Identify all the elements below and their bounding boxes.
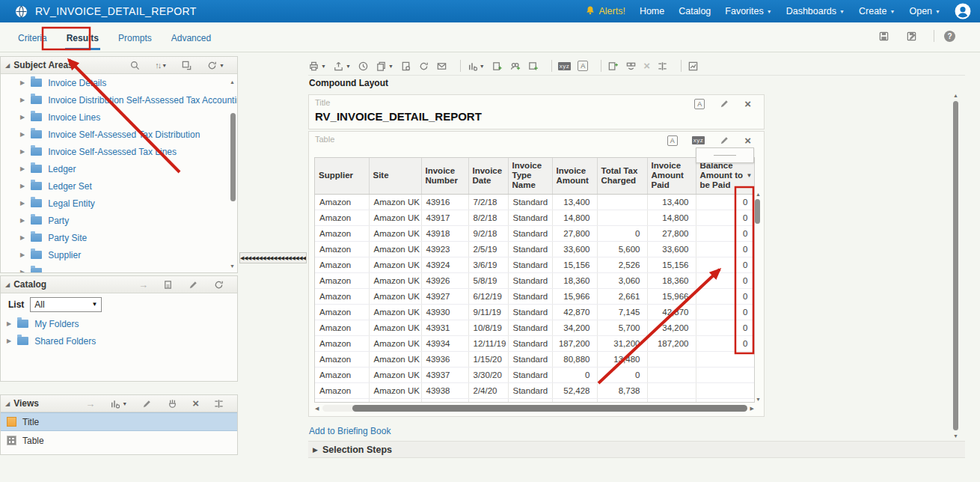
alerts-link[interactable]: Alerts! xyxy=(585,5,625,18)
export-icon[interactable]: ▼ xyxy=(333,61,351,72)
new-calculated-item-icon[interactable] xyxy=(527,61,539,72)
subject-area-party-site[interactable]: ▶Party Site xyxy=(1,229,237,246)
view-selector-icon[interactable] xyxy=(625,61,637,72)
column-header-invoice-amount[interactable]: Invoice Amount xyxy=(552,158,597,194)
expand-icon[interactable]: ▶ xyxy=(20,217,25,224)
page-scrollbar[interactable]: ▲ ▼ xyxy=(952,93,959,440)
column-header-invoice-type-name[interactable]: Invoice Type Name xyxy=(508,158,552,194)
column-header-supplier[interactable]: Supplier xyxy=(315,158,369,194)
show-xml-icon[interactable]: xyz xyxy=(558,62,572,70)
copy-icon[interactable]: ▼ xyxy=(376,61,393,72)
expand-icon[interactable]: ▶ xyxy=(20,234,25,241)
chevron-down-icon[interactable]: ▼ xyxy=(122,401,127,406)
scroll-right-icon[interactable]: ▶ xyxy=(750,406,754,411)
tab-criteria[interactable]: Criteria xyxy=(16,30,49,50)
selection-steps-bar[interactable]: ▶ Selection Steps xyxy=(308,441,965,458)
new-view-icon[interactable]: ▼ xyxy=(467,61,485,72)
subject-area-item[interactable]: ▶ xyxy=(1,263,237,272)
expand-icon[interactable]: ▶ xyxy=(7,320,11,327)
show-xml-icon[interactable]: xyz xyxy=(692,136,705,144)
pane-collapse-handle[interactable]: ◀◀◀◀◀◀◀◀◀◀◀◀◀◀◀◀◀◀ xyxy=(239,252,307,263)
rename-view-icon[interactable] xyxy=(213,398,224,409)
chevron-down-icon[interactable]: ▼ xyxy=(219,63,224,68)
column-header-site[interactable]: Site xyxy=(369,158,421,194)
chevron-down-icon[interactable]: ▼ xyxy=(321,64,326,69)
refresh-icon[interactable] xyxy=(418,61,429,72)
column-header-balance-amount-to-be-paid[interactable]: Balance Amount to be Paid▼ xyxy=(696,158,755,194)
tab-prompts[interactable]: Prompts xyxy=(117,30,153,50)
catalog-shared-folders[interactable]: ▶Shared Folders xyxy=(1,332,237,350)
catalog-my-folders[interactable]: ▶My Folders xyxy=(1,315,237,332)
format-container-icon[interactable]: A xyxy=(667,135,678,146)
subject-areas-scrollbar[interactable] xyxy=(230,113,236,201)
expand-icon[interactable]: ▶ xyxy=(313,446,318,454)
add-to-briefing-book-link[interactable]: Add to Briefing Book xyxy=(309,426,391,436)
table-vertical-scrollbar[interactable]: ▲ ▼ xyxy=(755,192,761,403)
subject-area-invoice-lines[interactable]: ▶Invoice Lines xyxy=(1,109,237,126)
views-item-table[interactable]: Table xyxy=(1,431,237,450)
scroll-left-icon[interactable]: ◀ xyxy=(315,406,319,411)
rename-view-icon[interactable] xyxy=(657,61,668,72)
scroll-down-icon[interactable]: ▼ xyxy=(230,263,235,269)
expand-icon[interactable]: ▶ xyxy=(20,251,25,258)
subject-area-party[interactable]: ▶Party xyxy=(1,212,237,229)
subject-area-invoice-self-assessed-tax-distribution[interactable]: ▶Invoice Self-Assessed Tax Distribution xyxy=(1,126,237,143)
scroll-up-icon[interactable]: ▲ xyxy=(230,79,235,85)
scroll-thumb[interactable] xyxy=(953,101,958,430)
scroll-up-icon[interactable]: ▲ xyxy=(756,192,761,197)
new-calculated-measure-icon[interactable] xyxy=(491,61,503,72)
column-header-invoice-number[interactable]: Invoice Number xyxy=(421,158,468,194)
scroll-thumb[interactable] xyxy=(352,405,747,412)
new-section-icon[interactable] xyxy=(607,61,619,72)
subject-area-ledger[interactable]: ▶Ledger xyxy=(1,160,237,177)
expand-icon[interactable]: ▶ xyxy=(20,97,25,103)
save-as-icon[interactable] xyxy=(906,31,917,42)
column-header-invoice-date[interactable]: Invoice Date xyxy=(468,158,508,194)
apply-arrow-icon[interactable]: → xyxy=(138,279,148,290)
expand-icon[interactable]: ▶ xyxy=(20,148,25,155)
catalog-header[interactable]: ◢ Catalog → xyxy=(1,276,237,293)
expand-icon[interactable]: ▶ xyxy=(7,338,11,344)
schedule-icon[interactable] xyxy=(358,61,369,72)
show-results-icon[interactable] xyxy=(400,61,411,72)
format-container-icon[interactable]: A xyxy=(694,99,705,109)
expand-icon[interactable]: ▶ xyxy=(20,165,25,172)
delete-x-icon[interactable]: × xyxy=(192,399,199,408)
chevron-down-icon[interactable]: ▼ xyxy=(388,64,393,69)
pencil-icon[interactable] xyxy=(188,279,199,290)
new-view-icon[interactable]: ▼ xyxy=(109,398,127,409)
delete-x-icon[interactable]: × xyxy=(744,100,751,109)
collapse-icon[interactable]: ◢ xyxy=(5,281,10,288)
expand-icon[interactable]: ▶ xyxy=(20,131,25,138)
sort-icon[interactable]: ▼ xyxy=(747,171,753,180)
pencil-icon[interactable] xyxy=(141,398,153,409)
sort-icon[interactable]: ↑↓▼ xyxy=(155,61,167,70)
print-icon[interactable]: ▼ xyxy=(308,61,326,72)
pencil-icon[interactable] xyxy=(719,135,730,146)
nav-catalog[interactable]: Catalog xyxy=(679,6,711,16)
subject-area-invoice-details[interactable]: ▶Invoice Details xyxy=(1,74,237,91)
scroll-up-icon[interactable]: ▲ xyxy=(953,93,958,98)
table-horizontal-scrollbar[interactable]: ◀ ▶ xyxy=(315,404,754,412)
search-icon[interactable] xyxy=(129,60,141,71)
chevron-down-icon[interactable]: ▼ xyxy=(480,64,485,69)
collapse-icon[interactable]: ◢ xyxy=(5,62,10,69)
subject-area-invoice-distribution-self-assessed-tax-accounting[interactable]: ▶Invoice Distribution Self-Assessed Tax … xyxy=(1,91,237,109)
subject-area-legal-entity[interactable]: ▶Legal Entity xyxy=(1,195,237,212)
apply-arrow-icon[interactable]: → xyxy=(85,398,95,409)
new-group-icon[interactable] xyxy=(509,61,521,72)
nav-home[interactable]: Home xyxy=(640,6,664,16)
expand-icon[interactable]: ▶ xyxy=(20,114,25,120)
expand-window-icon[interactable] xyxy=(181,60,192,71)
nav-favorites[interactable]: Favorites▼ xyxy=(725,6,771,16)
scroll-down-icon[interactable]: ▼ xyxy=(756,397,761,402)
collapse-icon[interactable]: ◢ xyxy=(5,400,10,407)
save-icon[interactable] xyxy=(878,31,889,42)
refresh-icon[interactable]: ▼ xyxy=(206,60,224,71)
subject-area-ledger-set[interactable]: ▶Ledger Set xyxy=(1,177,237,195)
subject-area-invoice-self-assessed-tax-lines[interactable]: ▶Invoice Self-Assessed Tax Lines xyxy=(1,143,237,160)
avatar[interactable] xyxy=(955,3,971,19)
nav-dashboards[interactable]: Dashboards▼ xyxy=(786,6,845,16)
chevron-down-icon[interactable]: ▼ xyxy=(346,64,351,69)
copy-doc-icon[interactable] xyxy=(162,279,174,290)
